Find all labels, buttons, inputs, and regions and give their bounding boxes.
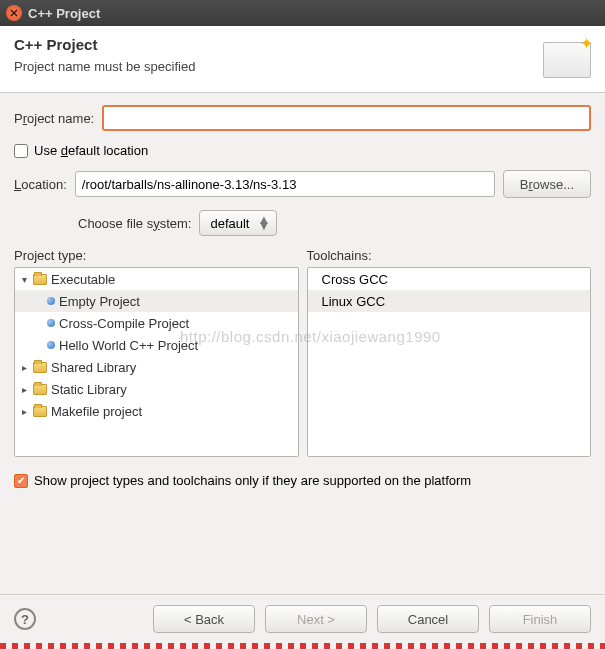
redline-decoration [0, 643, 605, 649]
tree-label: Static Library [51, 382, 127, 397]
close-icon[interactable] [6, 5, 22, 21]
tree-label: Executable [51, 272, 115, 287]
filesystem-value: default [210, 216, 249, 231]
tree-item[interactable]: Hello World C++ Project [15, 334, 298, 356]
tree-folder[interactable]: ▸Makefile project [15, 400, 298, 422]
finish-button[interactable]: Finish [489, 605, 591, 633]
bullet-icon [47, 297, 55, 305]
use-default-location-checkbox[interactable]: Use default location [14, 143, 591, 158]
new-project-icon: ✦ [543, 36, 591, 78]
back-button[interactable]: < Back [153, 605, 255, 633]
twisty-icon: ▸ [19, 384, 29, 395]
folder-icon [33, 384, 47, 395]
tree-item[interactable]: Empty Project [15, 290, 298, 312]
bullet-icon [47, 341, 55, 349]
toolchain-item[interactable]: Cross GCC [308, 268, 591, 290]
help-button[interactable]: ? [14, 608, 36, 630]
spinner-icon: ▲▼ [258, 217, 271, 229]
tree-folder[interactable]: ▸Static Library [15, 378, 298, 400]
tree-folder[interactable]: ▾Executable [15, 268, 298, 290]
twisty-icon: ▾ [19, 274, 29, 285]
tree-label: Hello World C++ Project [59, 338, 198, 353]
folder-icon [33, 406, 47, 417]
tree-folder[interactable]: ▸Shared Library [15, 356, 298, 378]
button-bar: ? < Back Next > Cancel Finish [0, 594, 605, 643]
use-default-location-label: Use default location [34, 143, 148, 158]
banner-message: Project name must be specified [14, 59, 195, 74]
tree-label: Empty Project [59, 294, 140, 309]
location-label: Location: [14, 177, 67, 192]
filesystem-label: Choose file system: [78, 216, 191, 231]
tree-label: Cross-Compile Project [59, 316, 189, 331]
banner-heading: C++ Project [14, 36, 195, 53]
tree-label: Shared Library [51, 360, 136, 375]
folder-icon [33, 274, 47, 285]
browse-button[interactable]: Browse... [503, 170, 591, 198]
toolchains-header: Toolchains: [307, 248, 592, 263]
filesystem-select[interactable]: default ▲▼ [199, 210, 277, 236]
dialog-content: Project name: Use default location Locat… [0, 93, 605, 594]
tree-item[interactable]: Cross-Compile Project [15, 312, 298, 334]
twisty-icon: ▸ [19, 362, 29, 373]
tree-label: Makefile project [51, 404, 142, 419]
project-name-input[interactable] [102, 105, 591, 131]
project-name-label: Project name: [14, 111, 94, 126]
window-title: C++ Project [28, 6, 100, 21]
banner: C++ Project Project name must be specifi… [0, 26, 605, 93]
titlebar: C++ Project [0, 0, 605, 26]
use-default-location-box[interactable] [14, 144, 28, 158]
toolchains-list[interactable]: Cross GCCLinux GCC [307, 267, 592, 457]
toolchain-item[interactable]: Linux GCC [308, 290, 591, 312]
bullet-icon [47, 319, 55, 327]
show-supported-checkbox[interactable]: ✔ [14, 474, 28, 488]
folder-icon [33, 362, 47, 373]
next-button[interactable]: Next > [265, 605, 367, 633]
project-type-tree[interactable]: ▾ExecutableEmpty ProjectCross-Compile Pr… [14, 267, 299, 457]
twisty-icon: ▸ [19, 406, 29, 417]
location-input[interactable] [75, 171, 495, 197]
cancel-button[interactable]: Cancel [377, 605, 479, 633]
show-supported-label: Show project types and toolchains only i… [34, 473, 471, 488]
project-type-header: Project type: [14, 248, 299, 263]
